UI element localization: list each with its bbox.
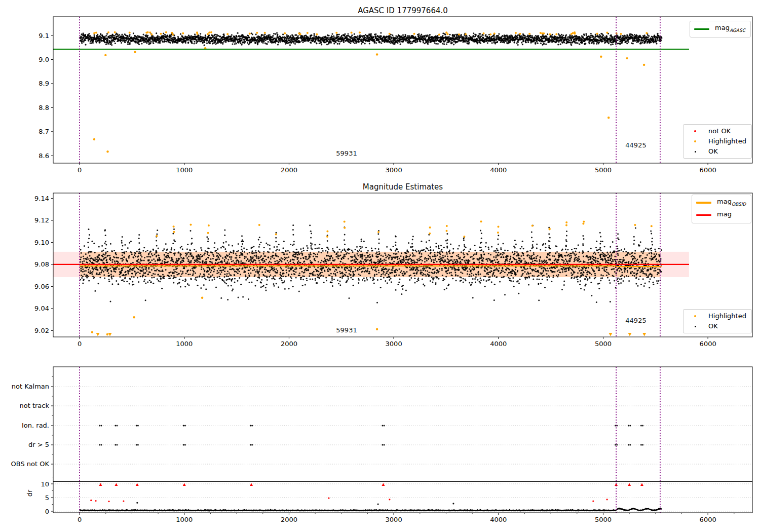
- svg-text:9.1: 9.1: [39, 32, 49, 40]
- svg-text:6000: 6000: [700, 516, 716, 523]
- row-label-not-kalman: not Kalman: [0, 382, 49, 391]
- legend-label: Highlighted: [708, 137, 746, 145]
- top-plot: 01000200030004000500060008.68.78.88.99.0…: [39, 17, 752, 174]
- svg-text:5000: 5000: [595, 340, 612, 348]
- legend-mag-lines: magOBSID mag: [692, 195, 751, 223]
- svg-text:0: 0: [78, 516, 82, 523]
- top-plot-title: AGASC ID 177997664.0: [53, 6, 752, 15]
- legend-marker-cell: [687, 315, 704, 317]
- svg-text:9.14: 9.14: [34, 195, 49, 202]
- figure: 01000200030004000500060008.68.78.88.99.0…: [0, 0, 760, 532]
- svg-text:3000: 3000: [386, 166, 402, 174]
- axes: 0100020003000400050006000: [53, 367, 752, 523]
- row-label-not-track: not track: [0, 401, 49, 410]
- red-dot-swatch: [694, 130, 696, 132]
- svg-text:5000: 5000: [595, 516, 612, 523]
- mag-lines: [53, 264, 689, 267]
- legend-marker-cell: [693, 28, 710, 30]
- orange-line-swatch: [696, 202, 711, 204]
- green-line-swatch: [694, 28, 709, 30]
- obsid-annotation-44925-middle: 44925: [625, 317, 646, 324]
- flag-points: [99, 425, 643, 446]
- legend-entry-mag-agasc: magAGASC: [693, 24, 745, 34]
- dr-outlier-points: [452, 503, 454, 504]
- legend-label: not OK: [708, 127, 731, 135]
- legend-marker-cell: [695, 202, 712, 204]
- svg-text:8.6: 8.6: [39, 152, 49, 160]
- legend-marker-cell: [687, 326, 704, 327]
- legend-entry-mag-obsid: magOBSID: [695, 198, 746, 208]
- legend-marker-cell: [687, 130, 704, 132]
- legend-entry-ok: OK: [687, 147, 746, 156]
- svg-text:9.04: 9.04: [34, 305, 49, 312]
- dr-outlier-points: [377, 503, 379, 505]
- legend-marker-cell: [687, 151, 704, 153]
- svg-text:9.0: 9.0: [39, 56, 49, 63]
- legend-entry-ok: OK: [687, 322, 746, 330]
- legend-label: mag: [717, 210, 732, 221]
- dr-axis-label: dr: [26, 484, 33, 503]
- svg-text:1000: 1000: [176, 516, 193, 523]
- svg-text:8.8: 8.8: [39, 104, 49, 111]
- row-label-obs-not-ok: OBS not OK: [0, 460, 49, 469]
- svg-text:3000: 3000: [386, 516, 402, 523]
- red-line-swatch: [696, 214, 711, 216]
- svg-text:4000: 4000: [490, 516, 507, 523]
- svg-text:9.06: 9.06: [34, 283, 49, 290]
- orange-dot-swatch: [694, 140, 696, 142]
- black-dot-swatch: [695, 326, 696, 327]
- legend-label: OK: [708, 147, 718, 156]
- legend-label: magOBSID: [717, 198, 746, 208]
- clipped-triangles: [96, 333, 647, 336]
- svg-text:6000: 6000: [700, 340, 716, 348]
- middle-plot-title: Magnitude Estimates: [53, 182, 752, 192]
- dr-trace: [79, 508, 662, 512]
- svg-text:6000: 6000: [700, 166, 716, 174]
- svg-text:1000: 1000: [176, 166, 193, 174]
- svg-text:1000: 1000: [176, 340, 193, 348]
- svg-text:4000: 4000: [490, 340, 507, 348]
- legend-entry-highlighted: Highlighted: [687, 312, 746, 320]
- svg-text:9.08: 9.08: [34, 260, 49, 268]
- svg-text:0: 0: [78, 340, 82, 348]
- legend-entry-not-ok: not OK: [687, 127, 746, 135]
- not-ok-points: [90, 483, 643, 503]
- legend-top-points: not OK Highlighted OK: [683, 124, 752, 159]
- dr-outlier-points: [136, 502, 138, 504]
- legend-mag-agasc: magAGASC: [690, 21, 751, 37]
- obsid-interval-lines: [80, 367, 660, 513]
- svg-text:8.7: 8.7: [39, 128, 49, 135]
- flags-plot: 01000200030004000500060000510: [41, 367, 752, 523]
- svg-text:9.02: 9.02: [34, 327, 49, 334]
- black-dot-swatch: [695, 151, 696, 153]
- svg-text:8.9: 8.9: [39, 80, 49, 87]
- legend-marker-cell: [687, 140, 704, 142]
- svg-text:5000: 5000: [595, 166, 612, 174]
- svg-text:0: 0: [78, 166, 82, 174]
- svg-text:5: 5: [45, 494, 49, 502]
- orange-dot-swatch: [694, 315, 696, 317]
- svg-text:10: 10: [41, 480, 49, 488]
- svg-text:9.12: 9.12: [34, 216, 49, 224]
- obsid-annotation-59931-middle: 59931: [336, 326, 357, 334]
- svg-text:4000: 4000: [490, 166, 507, 174]
- legend-label: OK: [708, 322, 718, 330]
- svg-text:2000: 2000: [281, 340, 297, 348]
- legend-middle-points: Highlighted OK: [683, 309, 752, 333]
- svg-text:2000: 2000: [281, 516, 297, 523]
- obsid-annotation-44925-top: 44925: [625, 141, 646, 149]
- svg-text:2000: 2000: [281, 166, 297, 174]
- obsid-annotation-59931-top: 59931: [336, 149, 357, 157]
- middle-plot: 01000200030004000500060009.029.049.069.0…: [34, 193, 752, 348]
- svg-text:3000: 3000: [386, 340, 402, 348]
- legend-entry-mag: mag: [695, 210, 746, 221]
- legend-label: magAGASC: [715, 24, 745, 34]
- legend-marker-cell: [695, 214, 712, 216]
- svg-text:0: 0: [45, 508, 49, 515]
- row-label-ion-rad: Ion. rad.: [0, 421, 49, 430]
- chart-canvas: 01000200030004000500060008.68.78.88.99.0…: [0, 0, 760, 532]
- gridlines: [53, 387, 752, 511]
- legend-label: Highlighted: [708, 312, 746, 320]
- legend-entry-highlighted: Highlighted: [687, 137, 746, 145]
- row-label-dr-gt-5: dr > 5: [0, 440, 49, 449]
